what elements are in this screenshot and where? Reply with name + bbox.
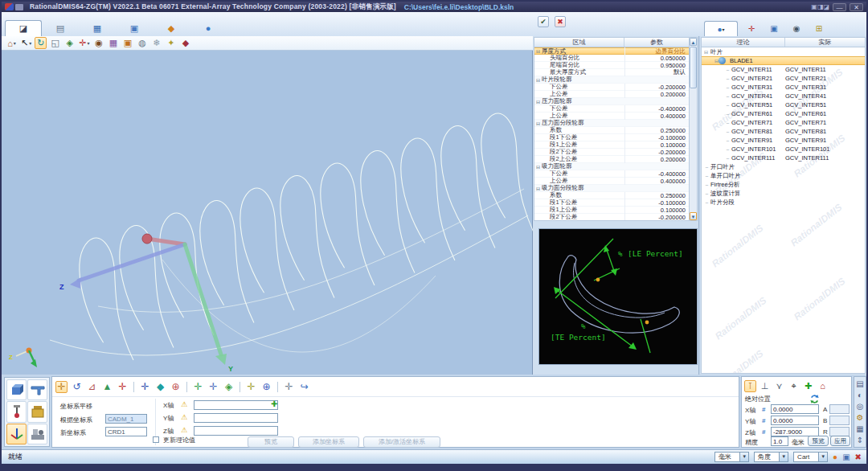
app-menu-icon[interactable] bbox=[15, 4, 23, 10]
tab-sphere[interactable]: ● bbox=[190, 20, 227, 36]
tree-row[interactable]: –GCV_INTER81GCV_INTER81 bbox=[702, 127, 865, 136]
machine-status-icon[interactable]: ● bbox=[833, 453, 837, 461]
tab-window-view[interactable]: ▣ bbox=[765, 21, 783, 36]
axes-view-icon[interactable]: ✛▾ bbox=[78, 37, 90, 49]
param-row[interactable]: 段2下公差-0.200000 bbox=[534, 214, 689, 221]
zoom-window-icon[interactable]: ◱ bbox=[49, 37, 61, 49]
pan-hand-icon[interactable]: ◐ bbox=[855, 390, 865, 399]
caliper-tool-icon[interactable] bbox=[27, 379, 47, 400]
tab-graphics[interactable]: ◆ bbox=[153, 20, 190, 36]
dro-status-icon[interactable]: ✖ bbox=[855, 453, 862, 461]
probe-straight-icon[interactable]: ⊺ bbox=[744, 380, 756, 392]
grid-step-icon[interactable]: # bbox=[762, 428, 765, 436]
row-expander-icon[interactable]: ⊟ bbox=[534, 186, 542, 191]
axes-view-icon-dropdown[interactable]: ▾ bbox=[87, 40, 89, 46]
chevron-down-icon[interactable]: ▼ bbox=[779, 453, 788, 461]
cs-save-icon[interactable]: ✛ bbox=[245, 381, 257, 393]
cs-world-icon[interactable]: ✛ bbox=[283, 381, 295, 393]
grid-step-icon[interactable]: # bbox=[762, 417, 765, 424]
chevron-down-icon[interactable]: ▼ bbox=[818, 453, 827, 461]
cs-iterate-icon[interactable]: ⊕ bbox=[170, 381, 182, 393]
cs-321-icon[interactable]: ⊿ bbox=[86, 381, 98, 393]
grid-step-icon[interactable]: # bbox=[762, 406, 765, 413]
preview-button[interactable]: 预览 bbox=[248, 436, 294, 448]
cs-plane-icon[interactable]: ▲ bbox=[101, 381, 113, 393]
tree-row[interactable]: –叶片分段 bbox=[702, 198, 865, 207]
cs-transform-icon[interactable]: ↪ bbox=[298, 381, 310, 393]
user-block-icon[interactable]: ◆ bbox=[179, 37, 191, 49]
angle-dropdown[interactable]: 角度▼ bbox=[754, 452, 788, 462]
param-close-button[interactable]: ✖ bbox=[555, 16, 566, 27]
tree-row[interactable]: –GCV_INTER71GCV_INTER71 bbox=[702, 118, 865, 127]
home-icon-dropdown[interactable]: ▾ bbox=[14, 40, 16, 46]
tree-row[interactable]: –Firtree分析 bbox=[702, 180, 865, 189]
color-palette-icon[interactable]: ▦ bbox=[107, 37, 119, 49]
tree-col-actual[interactable]: 实际 bbox=[785, 38, 865, 47]
tree-row[interactable]: –GCV_INTER101GCV_INTER101 bbox=[702, 145, 865, 154]
tab-document[interactable]: ▤ bbox=[42, 20, 79, 36]
tree-row[interactable]: ⊟BLADE1 bbox=[702, 56, 865, 65]
source-cs-input[interactable] bbox=[105, 414, 147, 424]
gear-icon[interactable]: ⚙ bbox=[855, 412, 865, 422]
cursor-icon-dropdown[interactable]: ▾ bbox=[29, 40, 31, 46]
row-expander-icon[interactable]: ⊟ bbox=[534, 48, 542, 54]
cs-cube-icon[interactable]: ◆ bbox=[154, 381, 166, 393]
viewport-3d[interactable]: Z Y Z bbox=[2, 51, 533, 375]
row-expander-icon[interactable]: ⊟ bbox=[534, 121, 542, 126]
chevron-down-icon[interactable]: ▼ bbox=[739, 453, 748, 461]
tree-row[interactable]: –GCV_INTER41GCV_INTER41 bbox=[702, 92, 865, 100]
scroll-updown-icon[interactable]: ⇕ bbox=[855, 435, 865, 444]
minimize-button[interactable]: — bbox=[833, 3, 846, 11]
x-offset-input[interactable] bbox=[194, 400, 278, 410]
add-activate-cs-button[interactable]: 添加/激活坐标系 bbox=[363, 436, 440, 448]
tab-blade-sphere[interactable]: ● ▾ bbox=[704, 21, 738, 36]
coord-dropdown[interactable]: Cart▼ bbox=[793, 452, 828, 462]
probe-star-icon[interactable]: ⋎ bbox=[773, 380, 785, 392]
update-theoretical-checkbox[interactable] bbox=[153, 436, 159, 443]
tab-output[interactable]: ▣ bbox=[116, 20, 153, 36]
axis-aux-input[interactable] bbox=[829, 404, 850, 414]
eye-view-icon[interactable]: ◉ bbox=[92, 37, 104, 49]
tree-row[interactable]: –波纹度计算 bbox=[702, 189, 865, 198]
tree-row[interactable]: –GCV_INTER31GCV_INTER31 bbox=[702, 83, 865, 92]
tree-row[interactable]: –GCV_INTER21GCV_INTER21 bbox=[702, 74, 865, 83]
gauge-tool-icon[interactable] bbox=[27, 401, 47, 422]
tab-blade-sphere-dropdown[interactable]: ▾ bbox=[723, 27, 725, 32]
tool-status-icon[interactable]: ▣ bbox=[842, 453, 850, 461]
row-expander-icon[interactable]: ⊟ bbox=[534, 164, 542, 170]
cs-machine-icon[interactable]: ⊕ bbox=[260, 381, 272, 393]
probe-tool-icon[interactable] bbox=[6, 401, 27, 422]
add-point-icon[interactable]: ✚ bbox=[271, 399, 277, 408]
cube-tool-icon[interactable] bbox=[6, 379, 27, 400]
fit-view-icon[interactable]: ◈ bbox=[63, 37, 76, 49]
tree-row[interactable]: –GCV_INTER111GCV_INTER111 bbox=[702, 154, 865, 162]
rotate-view-icon[interactable]: ↻ bbox=[35, 37, 47, 49]
cs-translate-icon[interactable]: ✛ bbox=[55, 381, 68, 393]
position-value-input[interactable] bbox=[771, 416, 819, 425]
tree-row[interactable]: ⊟叶片 bbox=[702, 47, 865, 56]
cs-rps-icon[interactable]: ◈ bbox=[223, 381, 235, 393]
tab-window[interactable]: ▦ bbox=[79, 20, 116, 36]
tree-row[interactable]: –GCV_INTER51GCV_INTER51 bbox=[702, 100, 865, 109]
layers-icon[interactable]: ▦ bbox=[855, 424, 865, 433]
layout-icon[interactable]: ▣ bbox=[811, 3, 817, 10]
cs-rotate-icon[interactable]: ↺ bbox=[71, 381, 83, 393]
z-offset-input[interactable] bbox=[194, 426, 278, 436]
row-expander-icon[interactable]: ⊟ bbox=[534, 99, 542, 104]
tab-camera[interactable]: ◉ bbox=[788, 21, 805, 36]
tab-axes[interactable]: ✛ bbox=[743, 21, 760, 36]
tree-row[interactable]: –开口叶片 bbox=[702, 162, 865, 171]
unit-dropdown[interactable]: 毫米▼ bbox=[714, 452, 749, 462]
axes-tool-icon[interactable] bbox=[6, 424, 27, 444]
param-scrollbar[interactable]: ▲ ▼ bbox=[689, 37, 698, 221]
y-offset-input[interactable] bbox=[194, 413, 278, 423]
cs-axis-icon[interactable]: ✛ bbox=[117, 381, 129, 393]
param-col-value[interactable]: 参数 bbox=[624, 38, 689, 47]
param-col-region[interactable]: 区域 bbox=[534, 38, 624, 47]
tree-row[interactable]: –GCV_INTER91GCV_INTER91 bbox=[702, 136, 865, 145]
tree-col-theoretical[interactable]: 理论 bbox=[702, 38, 785, 47]
probe-home-icon[interactable]: ⌂ bbox=[817, 380, 829, 392]
texture-icon[interactable]: ▣ bbox=[121, 37, 133, 49]
tree-row[interactable]: –GCV_INTER11GCV_INTER11 bbox=[702, 65, 865, 74]
cylinder-icon[interactable]: ◍ bbox=[136, 37, 148, 49]
